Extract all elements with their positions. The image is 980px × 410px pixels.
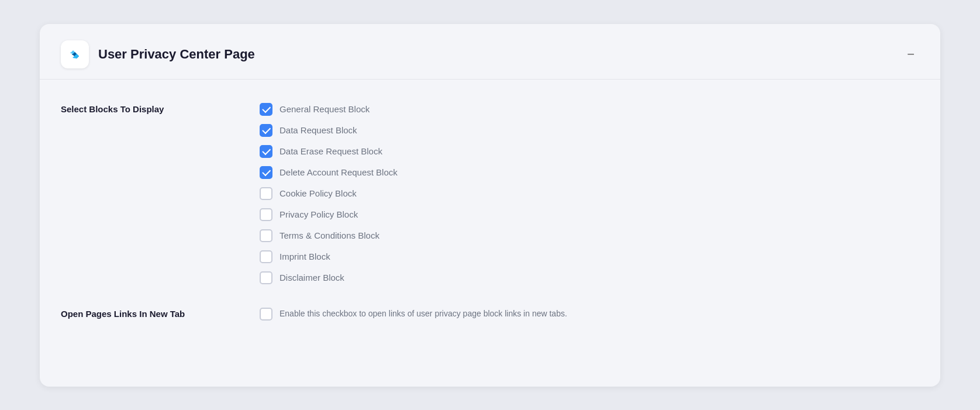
checkbox-label-data-request: Data Request Block: [279, 125, 357, 135]
open-links-label: Open Pages Links In New Tab: [61, 308, 260, 319]
checkbox-item-terms-conditions[interactable]: Terms & Conditions Block: [260, 229, 398, 242]
checkbox-item-data-erase[interactable]: Data Erase Request Block: [260, 145, 398, 158]
checkbox-label-terms-conditions: Terms & Conditions Block: [279, 230, 379, 240]
select-blocks-section: Select Blocks To Display General Request…: [61, 103, 919, 284]
checkbox-privacy-policy[interactable]: [260, 208, 272, 221]
checkbox-general[interactable]: [260, 103, 272, 116]
checkbox-label-imprint: Imprint Block: [279, 251, 330, 261]
checkbox-item-cookie-policy[interactable]: Cookie Policy Block: [260, 187, 398, 200]
checkbox-data-erase[interactable]: [260, 145, 272, 158]
checkbox-label-delete-account: Delete Account Request Block: [279, 167, 398, 177]
minimize-button[interactable]: −: [902, 46, 919, 63]
checkbox-item-imprint[interactable]: Imprint Block: [260, 250, 398, 263]
checkbox-label-privacy-policy: Privacy Policy Block: [279, 209, 358, 219]
page-title: User Privacy Center Page: [98, 47, 255, 62]
checkbox-item-delete-account[interactable]: Delete Account Request Block: [260, 166, 398, 179]
checkbox-label-data-erase: Data Erase Request Block: [279, 146, 382, 156]
checkbox-item-privacy-policy[interactable]: Privacy Policy Block: [260, 208, 398, 221]
open-links-section: Open Pages Links In New Tab Enable this …: [61, 308, 919, 321]
header: User Privacy Center Page −: [40, 24, 940, 80]
flutter-icon: [67, 47, 82, 62]
checkbox-item-data-request[interactable]: Data Request Block: [260, 124, 398, 137]
open-links-control: Enable this checkbox to open links of us…: [260, 308, 567, 321]
select-blocks-label: Select Blocks To Display: [61, 103, 260, 114]
main-card: User Privacy Center Page − Select Blocks…: [40, 24, 940, 387]
checkbox-data-request[interactable]: [260, 124, 272, 137]
checkbox-item-disclaimer[interactable]: Disclaimer Block: [260, 271, 398, 284]
checkbox-delete-account[interactable]: [260, 166, 272, 179]
checkbox-terms-conditions[interactable]: [260, 229, 272, 242]
checkbox-imprint[interactable]: [260, 250, 272, 263]
checkbox-cookie-policy[interactable]: [260, 187, 272, 200]
checkbox-disclaimer[interactable]: [260, 271, 272, 284]
checkbox-label-disclaimer: Disclaimer Block: [279, 273, 344, 282]
open-links-description: Enable this checkbox to open links of us…: [279, 308, 567, 318]
checkbox-item-general[interactable]: General Request Block: [260, 103, 398, 116]
content-area: Select Blocks To Display General Request…: [40, 80, 940, 367]
checkbox-label-cookie-policy: Cookie Policy Block: [279, 188, 357, 198]
checkbox-group: General Request Block Data Request Block…: [260, 103, 398, 284]
checkbox-open-links[interactable]: [260, 308, 272, 321]
header-left: User Privacy Center Page: [61, 40, 255, 68]
logo-box: [61, 40, 89, 68]
checkbox-label-general: General Request Block: [279, 104, 370, 114]
